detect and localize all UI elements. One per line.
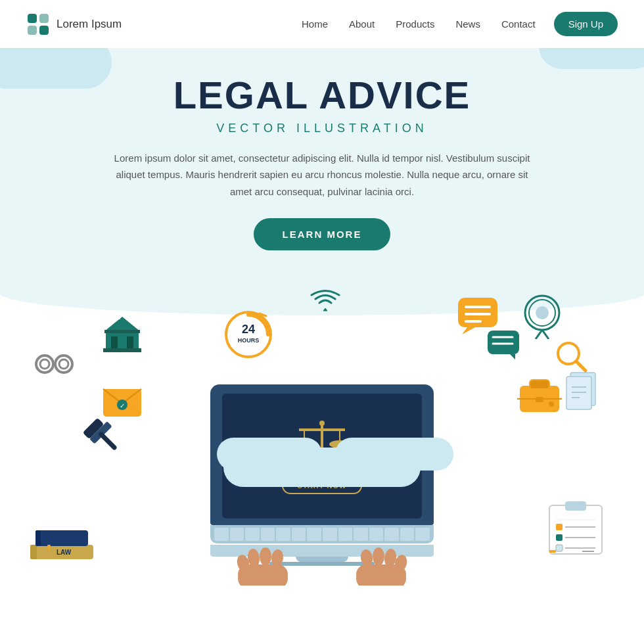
- svg-rect-0: [28, 14, 37, 23]
- hands: [230, 526, 414, 586]
- svg-rect-12: [488, 331, 519, 354]
- svg-marker-53: [104, 317, 140, 331]
- gavel-icon: [78, 415, 117, 453]
- handcuffs-icon: [33, 346, 76, 384]
- wifi-icon: [310, 288, 340, 315]
- svg-rect-2: [28, 26, 37, 35]
- learn-more-button[interactable]: LEARN MORE: [254, 218, 391, 250]
- logo-icon: [26, 12, 50, 36]
- chat-bubble-2-icon: [486, 329, 522, 362]
- svg-point-46: [40, 359, 49, 369]
- svg-rect-54: [104, 330, 140, 333]
- svg-point-77: [319, 421, 325, 426]
- nav-about[interactable]: About: [349, 18, 375, 30]
- svg-marker-15: [510, 354, 515, 359]
- svg-marker-11: [462, 327, 475, 334]
- right-hand: [329, 526, 414, 586]
- illustration-area: 24 HOURS: [0, 277, 644, 592]
- svg-rect-52: [127, 336, 133, 350]
- nav-news[interactable]: News: [455, 18, 480, 30]
- svg-point-83: [270, 549, 284, 567]
- hero-title: LEGAL ADVICE: [79, 74, 565, 116]
- hero-content: LEGAL ADVICE VECTOR ILLUSTRATION Lorem i…: [0, 48, 644, 270]
- courthouse-icon: [102, 313, 143, 356]
- svg-text:✓: ✓: [120, 402, 125, 409]
- svg-line-20: [542, 330, 549, 339]
- logo-text: Lorem Ipsum: [57, 18, 122, 31]
- nav-links: Home About Products News Contact: [302, 18, 536, 30]
- svg-rect-67: [35, 530, 88, 546]
- svg-point-82: [260, 547, 271, 566]
- svg-rect-39: [556, 534, 563, 541]
- svg-rect-25: [530, 380, 549, 388]
- timer-icon: 24 HOURS: [223, 310, 273, 362]
- svg-point-88: [373, 547, 384, 566]
- briefcase-icon: [517, 375, 562, 417]
- svg-rect-1: [39, 14, 49, 23]
- law-books-icon: LAW: [28, 511, 100, 566]
- svg-text:LAW: LAW: [57, 549, 72, 556]
- logo-area: Lorem Ipsum: [26, 12, 302, 36]
- svg-rect-50: [106, 331, 139, 350]
- nav-products[interactable]: Products: [396, 18, 434, 30]
- nav-home[interactable]: Home: [302, 18, 328, 30]
- svg-line-19: [536, 330, 542, 339]
- svg-rect-41: [556, 545, 563, 551]
- signup-button[interactable]: Sign Up: [554, 12, 618, 36]
- left-hand: [230, 526, 315, 586]
- svg-rect-3: [39, 26, 49, 35]
- cloud-bottom-center: [223, 448, 421, 487]
- svg-point-18: [536, 306, 549, 319]
- medal-icon: [522, 293, 562, 342]
- svg-point-47: [55, 356, 72, 373]
- nav-contact[interactable]: Contact: [501, 18, 536, 30]
- hero-subtitle: VECTOR ILLUSTRATION: [79, 122, 565, 135]
- hero-body: Lorem ipsum dolor sit amet, consectetur …: [112, 150, 532, 200]
- svg-rect-7: [458, 298, 497, 327]
- navbar: Lorem Ipsum Home About Products News Con…: [0, 0, 644, 48]
- svg-rect-55: [103, 348, 141, 352]
- clipboard-icon: [545, 499, 611, 561]
- svg-rect-37: [556, 524, 563, 530]
- documents-icon: [564, 369, 599, 415]
- svg-point-28: [549, 402, 554, 407]
- svg-text:HOURS: HOURS: [238, 337, 260, 344]
- svg-point-45: [36, 356, 53, 373]
- svg-point-89: [359, 549, 373, 567]
- svg-rect-44: [549, 550, 556, 553]
- svg-rect-51: [111, 336, 118, 350]
- svg-line-63: [101, 434, 114, 448]
- svg-rect-65: [30, 545, 37, 559]
- svg-rect-35: [565, 501, 586, 511]
- svg-rect-68: [35, 530, 41, 546]
- svg-point-48: [59, 359, 68, 369]
- svg-text:24: 24: [242, 323, 255, 336]
